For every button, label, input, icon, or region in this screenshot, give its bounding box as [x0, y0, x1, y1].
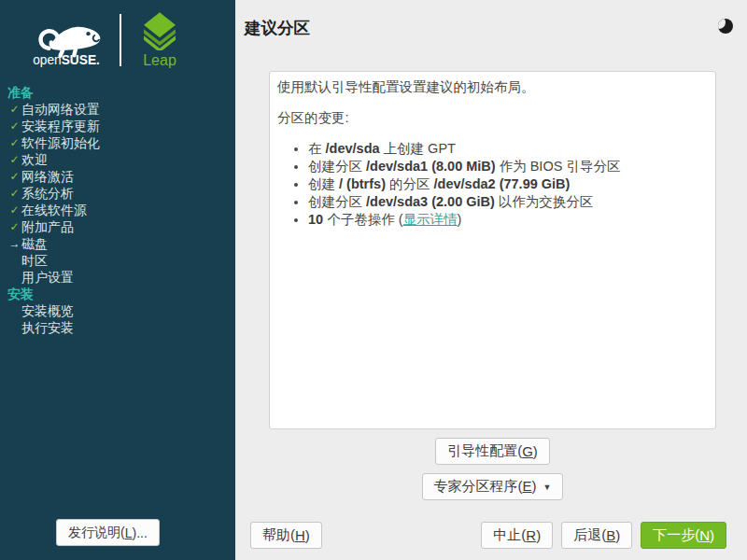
- help-button[interactable]: 帮助(H): [250, 522, 322, 549]
- step-label: 自动网络设置: [21, 101, 100, 118]
- guided-actions: 引导性配置(G) 专家分区程序(E)▼: [269, 438, 716, 500]
- step-label: 执行安装: [21, 319, 74, 336]
- step-label: 安装概览: [21, 302, 74, 319]
- change-strong: / (btrfs): [339, 176, 386, 191]
- step-label: 时区: [21, 252, 48, 269]
- blank-icon: [7, 302, 21, 319]
- change-text: 上创建 GPT: [380, 141, 456, 156]
- step-item: →磁盘: [7, 235, 235, 252]
- step-label: 附加产品: [21, 218, 74, 235]
- step-item: 时区: [7, 252, 235, 269]
- change-text: 创建: [308, 176, 339, 191]
- expert-partitioner-label: 专家分区程序(E): [434, 478, 537, 496]
- sidebar: openSUSE. Leap 准备✓自动网络设置✓安装程序更新✓软件源初始化✓欢…: [0, 0, 235, 560]
- step-label: 用户设置: [21, 269, 74, 286]
- step-item: 执行安装: [7, 319, 235, 336]
- step-label: 欢迎: [21, 151, 48, 168]
- branding-row: openSUSE. Leap: [0, 0, 235, 73]
- blank-icon: [7, 319, 21, 336]
- blank-icon: [7, 269, 21, 286]
- step-label: 安装程序更新: [21, 118, 100, 134]
- theme-toggle-moon-icon[interactable]: [718, 19, 733, 34]
- change-text: 在: [308, 141, 326, 156]
- step-item: ✓在线软件源: [7, 202, 235, 218]
- change-item: 创建分区 /dev/sda1 (8.00 MiB) 作为 BIOS 引导分区: [308, 158, 708, 175]
- guided-setup-button[interactable]: 引导性配置(G): [435, 438, 550, 465]
- check-icon: ✓: [7, 118, 21, 134]
- change-strong: /dev/sda1 (8.00 MiB): [366, 159, 496, 174]
- check-icon: ✓: [7, 134, 21, 151]
- change-text: ): [458, 212, 462, 227]
- back-button[interactable]: 后退(B): [561, 522, 632, 549]
- opensuse-label-suse: SUSE.: [62, 53, 100, 67]
- leap-logo: Leap: [136, 11, 183, 69]
- change-text: 创建分区: [308, 194, 366, 209]
- proposal-intro: 使用默认引导性配置设置建议的初始布局。: [277, 78, 708, 96]
- change-item: 创建 / (btrfs) 的分区 /dev/sda2 (77.99 GiB): [308, 175, 708, 193]
- step-item: ✓安装程序更新: [7, 118, 235, 134]
- step-label: 在线软件源: [21, 202, 87, 218]
- wizard-footer: 帮助(H) 中止(R) 后退(B) 下一步(N): [250, 522, 726, 549]
- svg-text:openSUSE.: openSUSE.: [33, 53, 100, 67]
- step-label: 系统分析: [21, 185, 74, 202]
- release-notes-button[interactable]: 发行说明(L)...: [56, 519, 160, 546]
- changes-list: 在 /dev/sda 上创建 GPT创建分区 /dev/sda1 (8.00 M…: [277, 140, 708, 229]
- change-strong: 10: [308, 212, 323, 227]
- step-section-header: 准备: [7, 84, 235, 101]
- change-strong: /dev/sda3 (2.00 GiB): [366, 194, 495, 209]
- expert-partitioner-button[interactable]: 专家分区程序(E)▼: [422, 473, 564, 500]
- step-item: ✓欢迎: [7, 151, 235, 168]
- change-item: 10 个子卷操作 (显示详情): [308, 211, 708, 229]
- change-strong: /dev/sda: [326, 141, 380, 156]
- change-strong: /dev/sda2 (77.99 GiB): [434, 176, 571, 191]
- step-item: ✓自动网络设置: [7, 101, 235, 118]
- current-arrow-icon: →: [7, 235, 21, 252]
- change-text: 个子卷操作 (: [323, 212, 402, 227]
- proposal-summary-box: 使用默认引导性配置设置建议的初始布局。 分区的变更: 在 /dev/sda 上创…: [269, 71, 716, 429]
- change-text: 创建分区: [308, 159, 366, 174]
- step-item: ✓附加产品: [7, 218, 235, 235]
- step-label: 软件源初始化: [21, 134, 100, 151]
- abort-button[interactable]: 中止(R): [481, 522, 553, 549]
- check-icon: ✓: [7, 218, 21, 235]
- dropdown-arrow-icon: ▼: [543, 483, 552, 492]
- step-section-header: 安装: [7, 286, 235, 302]
- change-text: 作为 BIOS 引导分区: [496, 159, 621, 174]
- step-item: ✓软件源初始化: [7, 134, 235, 151]
- check-icon: ✓: [7, 101, 21, 118]
- show-details-link[interactable]: 显示详情: [403, 212, 458, 227]
- next-button[interactable]: 下一步(N): [641, 522, 726, 549]
- change-item: 创建分区 /dev/sda3 (2.00 GiB) 以作为交换分区: [308, 193, 708, 211]
- check-icon: ✓: [7, 202, 21, 218]
- main-area: 建议分区 使用默认引导性配置设置建议的初始布局。 分区的变更: 在 /dev/s…: [235, 0, 747, 560]
- logo-divider: [120, 14, 121, 66]
- blank-icon: [7, 252, 21, 269]
- change-item: 在 /dev/sda 上创建 GPT: [308, 140, 708, 158]
- check-icon: ✓: [7, 168, 21, 185]
- step-item: ✓网络激活: [7, 168, 235, 185]
- step-item: ✓系统分析: [7, 185, 235, 202]
- installation-steps: 准备✓自动网络设置✓安装程序更新✓软件源初始化✓欢迎✓网络激活✓系统分析✓在线软…: [0, 73, 235, 336]
- opensuse-logo-icon: openSUSE.: [19, 10, 114, 70]
- step-label: 网络激活: [21, 168, 74, 185]
- step-item: 安装概览: [7, 302, 235, 319]
- leap-label: Leap: [143, 52, 176, 69]
- change-text: 以作为交换分区: [495, 194, 594, 209]
- step-item: 用户设置: [7, 269, 235, 286]
- leap-diamond-icon: [136, 11, 183, 50]
- check-icon: ✓: [7, 185, 21, 202]
- check-icon: ✓: [7, 151, 21, 168]
- changes-heading: 分区的变更:: [277, 109, 708, 127]
- opensuse-label-open: open: [33, 53, 62, 67]
- change-text: 的分区: [386, 176, 434, 191]
- page-title: 建议分区: [245, 17, 310, 39]
- step-label: 磁盘: [21, 235, 48, 252]
